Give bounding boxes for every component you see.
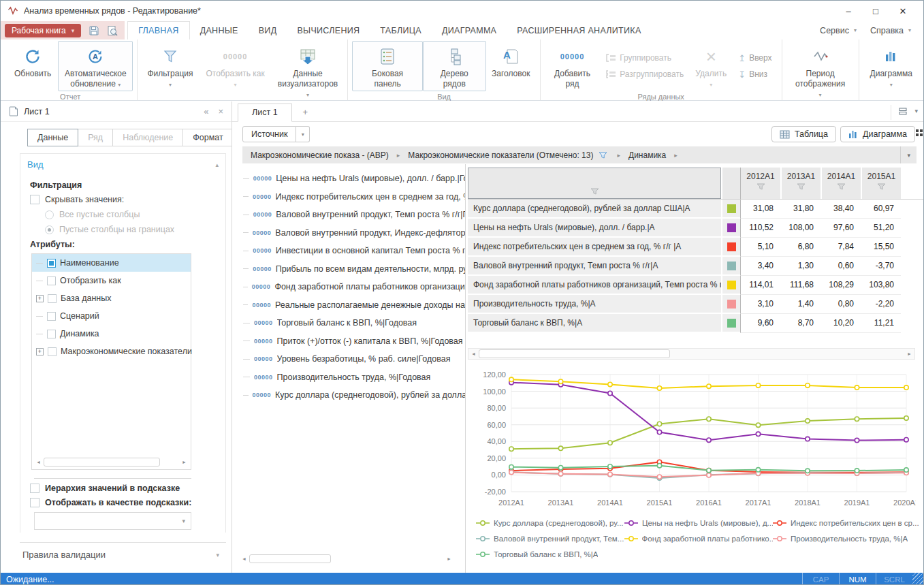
legend-item[interactable]: Индекс потребительских цен в ср... <box>773 519 921 527</box>
attribute-item[interactable]: Сценарий <box>32 307 191 325</box>
panel-tab-формат[interactable]: Формат <box>182 129 232 146</box>
series-item[interactable]: 00000Курс доллара (среднегодовой), рубле… <box>243 386 465 405</box>
attribute-item[interactable]: Динамика <box>32 325 191 343</box>
checkbox-icon[interactable] <box>47 312 56 321</box>
checkbox-icon[interactable] <box>47 259 56 268</box>
group-button[interactable]: Группировать <box>605 50 684 65</box>
table-view-button[interactable]: Таблица <box>771 126 836 142</box>
add-series-button[interactable]: 00000 Добавить ряд <box>545 41 600 91</box>
series-item[interactable]: 00000Валовой внутренний продукт, Индекс-… <box>243 224 465 242</box>
workbook-button[interactable]: Рабочая книга ▾ <box>5 24 81 37</box>
filter-button[interactable]: Фильтрация▾ <box>142 41 198 101</box>
legend-item[interactable]: Производительность труда, %|А <box>773 535 921 543</box>
series-item[interactable]: 00000Реальные располагаемые денежные дох… <box>243 296 465 315</box>
table-cell[interactable]: 8,70 <box>780 314 821 333</box>
move-up-button[interactable]: ↥ Вверх <box>738 50 771 65</box>
attribute-item[interactable]: +База данных <box>32 289 191 307</box>
series-item[interactable]: 00000Производительность труда, %|Годовая <box>243 368 465 387</box>
minimize-button[interactable]: – <box>835 1 862 20</box>
chart-button[interactable]: Диаграмма▾ <box>863 41 919 91</box>
view-section-header[interactable]: Вид ▴ <box>20 154 225 175</box>
table-cell[interactable]: 31,80 <box>780 200 821 219</box>
layout-icon[interactable] <box>898 107 908 116</box>
table-cell[interactable]: 6,80 <box>780 238 821 257</box>
ungroup-button[interactable]: Разгруппировать <box>605 67 684 82</box>
table-cell[interactable]: 3,40 <box>740 257 780 276</box>
checkbox-icon[interactable] <box>48 294 57 303</box>
radio-all-empty[interactable]: Все пустые столбцы <box>45 210 216 219</box>
tab-vid[interactable]: ВИД <box>249 21 287 39</box>
series-scrollbar[interactable]: ◄ ► <box>239 553 454 565</box>
series-item[interactable]: 00000Инвестиции в основной капитал Темп … <box>243 242 465 260</box>
table-row-name[interactable]: Валовой внутренний продукт, Темп роста %… <box>468 257 721 276</box>
table-row-name[interactable]: Производительность труда, %|А <box>468 295 721 314</box>
series-item[interactable]: 00000Приток (+)/отток (-) капитала к ВВП… <box>243 332 465 351</box>
table-cell[interactable]: 38,40 <box>821 200 861 219</box>
table-cell[interactable]: 11,21 <box>861 314 901 333</box>
table-header-2015A1[interactable]: 2015A1 <box>861 168 901 199</box>
legend-item[interactable]: Фонд заработной платы работнико... <box>624 535 773 543</box>
radio-border-empty[interactable]: Пустые столбцы на границах <box>45 225 216 234</box>
table-cell[interactable]: 110,52 <box>740 219 780 238</box>
table-cell[interactable]: -2,20 <box>861 295 901 314</box>
table-cell[interactable]: 108,29 <box>821 276 861 295</box>
table-cell[interactable]: 5,10 <box>740 238 780 257</box>
series-item[interactable]: 00000Фонд заработной платы работников ор… <box>243 278 465 296</box>
source-button[interactable]: Источник ▾ <box>242 126 310 142</box>
close-panel-icon[interactable]: × <box>218 106 223 116</box>
move-down-button[interactable]: ↧ Вниз <box>738 67 771 82</box>
add-sheet-button[interactable]: + <box>292 104 319 121</box>
table-cell[interactable]: 9,60 <box>740 314 780 333</box>
tab-vychisleniya[interactable]: ВЫЧИСЛЕНИЯ <box>287 21 370 39</box>
hide-values-checkbox[interactable]: Скрывать значения: <box>30 195 216 204</box>
checkbox-icon[interactable] <box>47 330 56 338</box>
table-cell[interactable]: 0,80 <box>821 295 861 314</box>
refresh-button[interactable]: Обновить <box>7 41 58 91</box>
series-item[interactable]: 00000Валовой внутренний продукт, Темп ро… <box>243 206 465 224</box>
expander-icon[interactable]: + <box>36 348 44 355</box>
legend-item[interactable]: Валовой внутренний продукт, Тем... <box>476 535 624 543</box>
table-row[interactable]: Цены на нефть Urals (мировые), долл. / б… <box>468 219 924 238</box>
table-row[interactable]: Валовой внутренний продукт, Темп роста %… <box>468 257 924 276</box>
table-header-2014A1[interactable]: 2014A1 <box>821 168 861 199</box>
series-tree-button[interactable]: Дерево рядов <box>423 41 486 91</box>
collapse-panel-icon[interactable]: « <box>204 106 208 116</box>
close-button[interactable]: ✕ <box>889 1 917 20</box>
tooltip-combobox[interactable]: ▾ <box>34 512 191 530</box>
table-cell[interactable]: 10,20 <box>821 314 861 333</box>
table-cell[interactable]: 108,00 <box>780 219 821 238</box>
help-menu[interactable]: Справка ▾ <box>865 26 917 35</box>
attributes-scrollbar[interactable]: ◄ ► <box>33 456 189 468</box>
attribute-item[interactable]: Наименование <box>32 254 191 272</box>
breadcrumb-filter-icon[interactable] <box>599 152 607 159</box>
table-row-name[interactable]: Торговый баланс к ВВП, %|А <box>468 314 721 333</box>
table-cell[interactable]: 51,20 <box>861 219 901 238</box>
tab-dannye[interactable]: ДАННЫЕ <box>190 21 249 39</box>
side-panel-button[interactable]: Боковая панель <box>352 41 422 91</box>
table-cell[interactable]: -3,70 <box>861 257 901 276</box>
panel-menu-icon[interactable] <box>915 129 923 137</box>
table-cell[interactable]: 97,60 <box>821 219 861 238</box>
auto-refresh-button[interactable]: A Автоматическое обновление ▾ <box>58 41 133 91</box>
table-row[interactable]: Торговый баланс к ВВП, %|А9,608,7010,201… <box>468 314 924 333</box>
legend-item[interactable]: Курс доллара (среднегодовой), ру... <box>476 519 624 527</box>
display-as-button[interactable]: 00000 Отобразить как ▾ <box>199 41 272 101</box>
table-header-name[interactable] <box>468 168 721 199</box>
breadcrumb-item[interactable]: Макроэкономические показа - (АВР) <box>251 151 389 160</box>
breadcrumb-dropdown-icon[interactable]: ▾ <box>900 146 917 163</box>
visualizer-data-button[interactable]: Данные визуализаторов ▾ <box>272 41 344 101</box>
series-item[interactable]: 00000Уровень безработицы, % раб. силе|Го… <box>243 350 465 368</box>
checkbox-icon[interactable] <box>48 347 57 356</box>
table-cell[interactable]: 1,40 <box>780 295 821 314</box>
breadcrumb-item[interactable]: Макроэкономические показатели (Отмечено:… <box>408 151 593 160</box>
legend-item[interactable]: Цены на нефть Urals (мировые), д... <box>624 519 773 527</box>
table-cell[interactable]: 1,30 <box>780 257 821 276</box>
checkbox-icon[interactable] <box>47 276 56 285</box>
table-cell[interactable]: 114,01 <box>740 276 780 295</box>
tab-diagramma[interactable]: ДИАГРАММА <box>432 21 507 39</box>
save-icon[interactable] <box>88 25 99 36</box>
chevron-down-icon[interactable]: ▾ <box>914 108 918 114</box>
table-row-name[interactable]: Цены на нефть Urals (мировые), долл. / б… <box>468 219 721 238</box>
table-row[interactable]: Курс доллара (среднегодовой), рублей за … <box>468 200 924 219</box>
attribute-item[interactable]: Отобразить как <box>32 272 191 289</box>
